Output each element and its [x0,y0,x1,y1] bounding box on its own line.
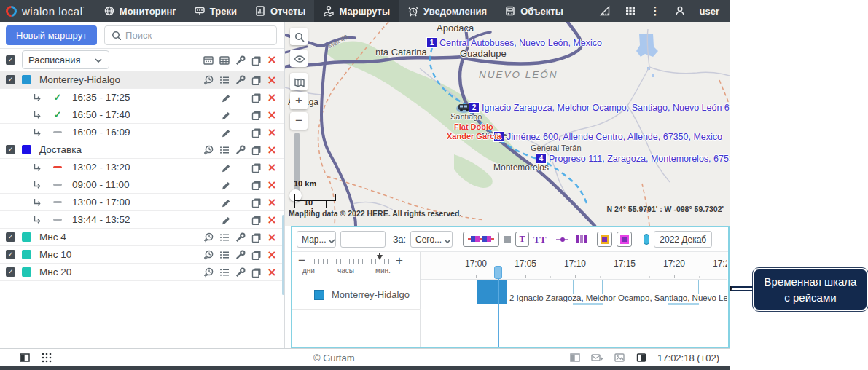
wrench-icon[interactable] [232,267,248,278]
checkbox-checked[interactable]: ✓ [6,250,15,259]
double-letter-view-button[interactable]: ТТ [533,234,546,245]
map-zoom-in-button[interactable]: + [290,92,308,109]
mail-icon[interactable] [591,352,603,363]
cursor-pill-icon[interactable] [644,234,649,245]
ruler-tools-icon[interactable] [599,5,611,17]
period-select[interactable]: Сего... [410,231,453,248]
delete-icon[interactable]: × [264,92,280,103]
pencil-icon[interactable] [217,180,233,190]
timeline-chart-area[interactable]: 17:00 17:05 17:10 17:15 17:20 17:25 2 Ig… [421,252,727,347]
collapse-panel-icon[interactable] [19,352,31,363]
trip-bar-planned[interactable] [573,280,603,294]
pencil-icon[interactable] [217,215,233,225]
history-icon[interactable] [200,144,216,155]
map-search-button[interactable] [290,28,308,45]
copy-icon[interactable] [248,127,264,138]
route-group-row[interactable]: ✓ Доставка × [0,141,284,159]
delete-icon[interactable]: × [264,232,280,243]
checkbox-all[interactable]: ✓ [6,55,15,65]
pencil-icon[interactable] [217,92,233,103]
copy-icon[interactable] [248,249,264,260]
tab-tracks[interactable]: Треки [185,0,246,22]
delete-icon[interactable]: × [264,267,280,278]
delete-icon[interactable]: × [264,144,280,156]
delete-icon[interactable]: × [264,54,280,66]
log-panel-icon[interactable] [569,352,581,363]
timeline-view-button[interactable] [463,232,499,247]
wrench-icon[interactable] [232,232,248,243]
new-route-button[interactable]: Новый маршрут [6,25,97,45]
trip-row[interactable]: ✓ 16:35 - 17:25 × [0,89,284,106]
wrench-icon[interactable] [232,144,248,155]
magenta-marker-button[interactable] [617,232,632,247]
route-name-input[interactable] [340,231,386,248]
zoom-ruler-handle[interactable] [377,255,383,260]
route-select[interactable]: Мар... [297,231,336,248]
route-group-row[interactable]: ✓ Мнс 20 × [0,264,284,281]
tab-routes[interactable]: Маршруты [314,0,399,22]
map-visibility-button[interactable] [290,50,308,67]
list-icon[interactable] [216,267,232,278]
trip-row[interactable]: ✓ 16:50 - 17:40 × [0,106,284,124]
wrench-icon[interactable] [232,74,248,85]
yellow-marker-button[interactable] [597,232,612,247]
trip-bar-planned[interactable] [668,280,699,294]
tab-notifications[interactable]: Уведомления [399,0,496,22]
calendar-days-icon[interactable] [200,55,216,66]
apps-grid-icon[interactable] [625,5,637,17]
delete-icon[interactable]: × [264,179,280,191]
tab-reports[interactable]: Отчеты [246,0,315,22]
map-marker-1[interactable]: 1 [427,38,437,47]
delete-icon[interactable]: × [264,214,280,226]
dot-line-view-button[interactable] [556,237,568,243]
map-zoom-out-button[interactable]: − [290,112,308,130]
history-icon[interactable] [200,232,216,243]
copy-icon[interactable] [248,214,264,225]
delete-icon[interactable]: × [264,109,280,121]
time-cursor-handle[interactable] [494,266,502,279]
checkbox-checked[interactable]: ✓ [6,267,15,277]
map-marker-4[interactable]: 4 [536,154,546,163]
wrench-icon[interactable] [232,55,248,66]
trip-bar-active[interactable] [477,280,507,304]
copy-icon[interactable] [248,109,264,120]
trip-row[interactable]: 13:00 - 17:00 × [0,194,284,211]
route-group-row[interactable]: ✓ Monterrey-Hidalgo × [0,71,284,89]
route-group-row[interactable]: ✓ Мнс 4 × [0,229,284,246]
list-icon[interactable] [216,249,232,260]
zoom-out-control[interactable]: − [298,253,305,268]
calendar-grid-icon[interactable] [216,55,232,66]
delete-icon[interactable]: × [264,162,280,173]
history-icon[interactable] [200,267,216,278]
sidebar-scrollbar[interactable] [282,215,284,295]
kebab-menu-icon[interactable]: ⋮ [650,4,661,17]
wrench-icon[interactable] [232,249,248,260]
trip-row[interactable]: 09:00 - 11:00 × [0,176,284,194]
schedules-dropdown[interactable]: Расписания [22,50,109,69]
delete-icon[interactable]: × [264,197,280,208]
tab-units[interactable]: Объекты [496,0,572,22]
delete-icon[interactable]: × [264,127,280,138]
single-letter-view-button[interactable]: T [515,232,529,247]
copy-icon[interactable] [248,92,264,103]
zoom-in-control[interactable]: + [396,253,403,268]
pencil-icon[interactable] [217,197,233,208]
copy-icon[interactable] [248,179,264,190]
search-input[interactable] [125,30,270,41]
checkbox-checked[interactable]: ✓ [6,75,15,84]
month-box[interactable]: 2022 Декаб [654,231,712,248]
copy-icon[interactable] [248,232,264,243]
map-marker-2[interactable]: 2 [469,103,479,112]
apps-dots-icon[interactable] [41,352,52,363]
pencil-icon[interactable] [217,110,233,120]
tab-monitoring[interactable]: Мониторинг [95,0,185,22]
trip-row[interactable]: 13:44 - 13:52 × [0,211,284,229]
book-layout-icon[interactable] [636,352,647,363]
checkbox-checked[interactable]: ✓ [6,145,15,154]
copy-icon[interactable] [248,197,264,208]
trip-row[interactable]: 16:09 - 16:09 × [0,124,284,141]
pencil-icon[interactable] [217,127,233,138]
copy-icon[interactable] [248,55,264,66]
checkbox-checked[interactable]: ✓ [6,232,15,242]
pencil-icon[interactable] [217,162,233,173]
